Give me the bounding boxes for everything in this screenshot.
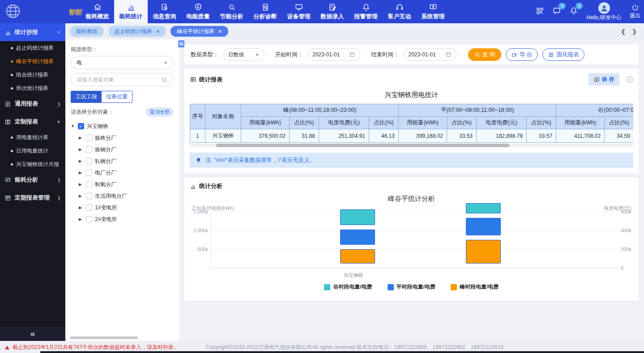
calendar-icon[interactable]	[349, 51, 355, 58]
x-axis-category-label: 兴宝钢铁	[210, 272, 497, 279]
caret-right-icon[interactable]: ▶	[79, 136, 83, 140]
caret-right-icon[interactable]: ▶	[79, 147, 83, 152]
sidebar-section-general-report[interactable]: 通用报表 ❯	[0, 95, 65, 113]
tab-peak-valley-flat-report[interactable]: 峰谷平统计报表 ✕	[171, 26, 228, 37]
filter-panel-hscrollbar[interactable]	[70, 336, 173, 339]
checkbox-unchecked[interactable]	[86, 135, 92, 141]
logout-button[interactable]: 退出	[630, 4, 640, 20]
caret-right-icon[interactable]: ▶	[79, 194, 83, 198]
nav-item-analysis-diagnosis[interactable]: 分析诊断	[248, 0, 282, 23]
tree-node[interactable]: ▶制氧分厂	[71, 179, 174, 190]
solidify-report-button[interactable]: 固化报表	[542, 48, 584, 61]
info-icon[interactable]: i	[627, 76, 633, 83]
caret-right-icon[interactable]: ▶	[79, 170, 83, 175]
caret-right-icon[interactable]: ▶	[79, 217, 83, 221]
checkbox-unchecked[interactable]	[86, 204, 92, 211]
table-sub-header: 用能量(kWh)	[241, 117, 290, 129]
sidebar-item-electricity-usage-table[interactable]: 用电量统计表	[0, 131, 65, 144]
legend-item-peak[interactable]: 峰时段电量/电费	[451, 283, 499, 291]
checkbox-unchecked[interactable]	[86, 193, 92, 199]
table-hscrollbar[interactable]	[190, 144, 633, 147]
sidebar-section-statistics-report[interactable]: 统计抄报 ▼	[0, 23, 65, 41]
left-tick: 1,500k	[193, 209, 208, 214]
chevron-down-icon: ▼	[163, 60, 168, 65]
tab-scroll-right-icon[interactable]: ❯	[632, 28, 637, 35]
tab-scroll-left-icon[interactable]: ❮	[621, 28, 626, 35]
tab-bar: 能耗概览 起止码统计报表 ✕ 峰谷平统计报表 ✕ ❮ ❯	[65, 23, 644, 39]
sidebar-item-start-stop-code-report[interactable]: 起止码统计报表	[0, 41, 65, 55]
table-sub-header: 占比(%)	[290, 117, 319, 129]
close-icon[interactable]: ✕	[218, 29, 222, 34]
sidebar-collapse-button[interactable]: «	[0, 327, 65, 341]
nav-item-data-entry[interactable]: 数据录入	[316, 0, 349, 23]
sidebar-item-daily-electricity[interactable]: 日用电量统计	[0, 144, 65, 157]
checkbox-unchecked[interactable]	[86, 181, 92, 187]
start-date-input[interactable]	[312, 51, 347, 58]
tab-energy-overview[interactable]: 能耗概览	[70, 26, 104, 37]
nav-item-energy-saving-analysis[interactable]: 节能分析	[215, 0, 248, 23]
sidebar-item-combined-report[interactable]: 组合统计报表	[0, 68, 65, 81]
tree-node[interactable]: ▶2#变电所	[71, 213, 174, 225]
sidebar-section-periodic-report-management[interactable]: 定期报表管理 ❯	[0, 189, 65, 207]
tree-node-root[interactable]: ▼ ✓ 兴宝钢铁	[71, 120, 174, 132]
nav-item-alarm-management[interactable]: 报警管理	[349, 0, 383, 23]
tree-node[interactable]: ▶轧钢分厂	[71, 155, 174, 167]
data-type-select[interactable]: 日数据 ▼	[223, 48, 264, 61]
export-button[interactable]: 导 出	[506, 48, 538, 61]
checkbox-unchecked[interactable]	[86, 158, 92, 164]
cancel-all-button[interactable]: 取消全部	[146, 107, 174, 117]
tree-node[interactable]: ▶电厂分厂	[71, 167, 174, 179]
checkbox-checked[interactable]: ✓	[78, 123, 84, 129]
document-search-icon	[160, 3, 169, 12]
bar-chart-icon	[127, 3, 136, 12]
checkbox-unchecked[interactable]	[86, 216, 92, 222]
user-menu[interactable]: Hello,研发中心	[586, 2, 622, 21]
caret-right-icon[interactable]: ▶	[79, 182, 83, 187]
nav-item-energy-overview[interactable]: 能耗概览	[81, 0, 114, 23]
search-icon[interactable]	[161, 77, 168, 83]
legend-item-valley[interactable]: 谷时段电量/电费	[324, 283, 372, 291]
nav-item-power-quality[interactable]: 电能质量	[181, 0, 215, 23]
caret-down-icon[interactable]: ▼	[71, 124, 75, 128]
search-input[interactable]	[77, 77, 161, 83]
checkbox-unchecked[interactable]	[86, 170, 92, 176]
alarm-bell-icon	[362, 3, 371, 12]
caret-right-icon[interactable]: ▶	[79, 205, 83, 210]
chart-icon	[190, 183, 196, 190]
tab-meter-position[interactable]: 仪表位置	[102, 91, 132, 102]
caret-right-icon[interactable]: ▶	[79, 159, 83, 163]
nav-item-device-management[interactable]: 设备管理	[282, 0, 316, 23]
qr-code-icon[interactable]	[536, 7, 544, 17]
tree-node[interactable]: ▶1#变电所	[71, 202, 174, 213]
legend-swatch	[324, 284, 330, 290]
end-date-input[interactable]	[409, 51, 444, 58]
nav-item-info-query[interactable]: 信息查询	[148, 0, 181, 23]
tree-node[interactable]: ▶炼钢分厂	[71, 144, 174, 155]
nav-item-customer-interaction[interactable]: 客户互动	[383, 0, 416, 23]
tree-node[interactable]: ▶生活用电分厂	[71, 190, 174, 202]
bar-segment	[466, 240, 501, 264]
close-icon[interactable]: ✕	[156, 29, 160, 34]
nav-item-energy-statistics[interactable]: 能耗统计	[114, 0, 148, 23]
nav-item-system-management[interactable]: 系统管理	[416, 0, 450, 23]
checkbox-unchecked[interactable]	[86, 146, 92, 153]
save-button[interactable]: 保 存	[589, 73, 619, 85]
sidebar-item-shift-report[interactable]: 班次统计报表	[0, 81, 65, 95]
legend-item-flat[interactable]: 平时段电量/电费	[388, 283, 435, 291]
sidebar-section-energy-analysis[interactable]: 能耗分析 ❯	[0, 171, 65, 189]
notification-count-badge: 0	[576, 3, 583, 9]
tab-work-area[interactable]: 工区工段	[71, 91, 102, 102]
message-icon[interactable]: 0	[552, 6, 561, 17]
table-cell: 182,898.79	[477, 129, 527, 143]
energy-type-select[interactable]: 电 ▼	[71, 56, 174, 69]
calendar-icon[interactable]	[445, 51, 452, 58]
tree-node[interactable]: ▶炼铁分厂	[71, 132, 174, 144]
tab-start-stop-code-report[interactable]: 起止码统计报表 ✕	[108, 26, 166, 37]
sidebar-item-xingbao-monthly-report[interactable]: 兴宝钢铁统计月报	[0, 157, 65, 171]
sidebar-section-custom-report[interactable]: 定制报表 ▼	[0, 113, 65, 131]
notification-bell-icon[interactable]: 0	[569, 6, 578, 17]
query-button[interactable]: 查 询	[468, 48, 501, 61]
data-type-label: 数据类型：	[191, 51, 219, 59]
avatar	[598, 2, 610, 14]
sidebar-item-peak-valley-flat-report[interactable]: 峰谷平统计报表	[0, 55, 65, 68]
